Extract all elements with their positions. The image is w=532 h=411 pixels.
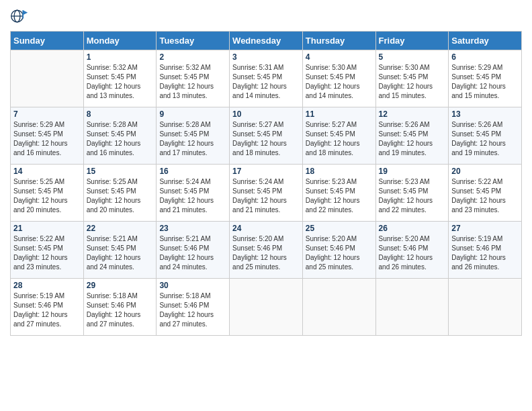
day-number: 10 — [232, 109, 300, 119]
day-number: 16 — [159, 167, 226, 176]
day-cell: 25Sunrise: 5:20 AMSunset: 5:46 PMDayligh… — [302, 222, 375, 279]
day-info: Sunrise: 5:28 AMSunset: 5:45 PMDaylight:… — [87, 120, 154, 158]
logo — [10, 7, 32, 26]
day-number: 29 — [87, 281, 154, 290]
page-header — [10, 7, 522, 26]
day-info: Sunrise: 5:20 AMSunset: 5:46 PMDaylight:… — [379, 234, 446, 272]
day-info: Sunrise: 5:23 AMSunset: 5:45 PMDaylight:… — [306, 177, 373, 215]
day-number: 25 — [306, 224, 373, 233]
day-number: 20 — [451, 167, 519, 176]
day-number: 13 — [451, 109, 519, 119]
week-row-1: 1Sunrise: 5:32 AMSunset: 5:45 PMDaylight… — [11, 50, 522, 107]
day-cell: 14Sunrise: 5:25 AMSunset: 5:45 PMDayligh… — [11, 165, 84, 222]
day-cell: 16Sunrise: 5:24 AMSunset: 5:45 PMDayligh… — [157, 165, 230, 222]
day-info: Sunrise: 5:32 AMSunset: 5:45 PMDaylight:… — [159, 63, 226, 101]
day-cell: 5Sunrise: 5:30 AMSunset: 5:45 PMDaylight… — [375, 50, 449, 107]
day-number: 11 — [306, 109, 373, 119]
day-number: 23 — [159, 224, 226, 233]
header-cell-saturday: Saturday — [449, 32, 522, 50]
day-number: 15 — [87, 167, 154, 176]
svg-marker-5 — [23, 10, 28, 15]
day-cell: 7Sunrise: 5:29 AMSunset: 5:45 PMDaylight… — [11, 107, 84, 165]
day-info: Sunrise: 5:21 AMSunset: 5:46 PMDaylight:… — [159, 234, 226, 272]
day-cell: 6Sunrise: 5:29 AMSunset: 5:45 PMDaylight… — [449, 50, 522, 107]
day-number: 17 — [232, 167, 300, 176]
day-cell: 17Sunrise: 5:24 AMSunset: 5:45 PMDayligh… — [230, 165, 303, 222]
day-info: Sunrise: 5:20 AMSunset: 5:46 PMDaylight:… — [232, 234, 300, 272]
day-cell: 1Sunrise: 5:32 AMSunset: 5:45 PMDaylight… — [83, 50, 157, 107]
day-number: 5 — [379, 52, 446, 62]
day-number: 24 — [232, 224, 300, 233]
day-cell: 28Sunrise: 5:19 AMSunset: 5:46 PMDayligh… — [11, 279, 84, 336]
day-info: Sunrise: 5:19 AMSunset: 5:46 PMDaylight:… — [13, 291, 81, 329]
day-cell: 19Sunrise: 5:23 AMSunset: 5:45 PMDayligh… — [375, 165, 449, 222]
day-info: Sunrise: 5:30 AMSunset: 5:45 PMDaylight:… — [306, 63, 373, 101]
day-cell: 13Sunrise: 5:26 AMSunset: 5:45 PMDayligh… — [449, 107, 522, 165]
day-info: Sunrise: 5:22 AMSunset: 5:45 PMDaylight:… — [13, 234, 81, 272]
day-number: 14 — [13, 167, 81, 176]
day-info: Sunrise: 5:24 AMSunset: 5:45 PMDaylight:… — [159, 177, 226, 215]
day-number: 26 — [379, 224, 446, 233]
day-number: 6 — [451, 52, 519, 62]
day-cell — [449, 279, 522, 336]
day-number: 27 — [451, 224, 519, 233]
day-number: 4 — [306, 52, 373, 62]
header-cell-thursday: Thursday — [302, 32, 375, 50]
day-info: Sunrise: 5:27 AMSunset: 5:45 PMDaylight:… — [232, 120, 300, 158]
day-number: 19 — [379, 167, 446, 176]
logo-icon — [10, 7, 29, 26]
day-info: Sunrise: 5:20 AMSunset: 5:46 PMDaylight:… — [306, 234, 373, 272]
day-info: Sunrise: 5:18 AMSunset: 5:46 PMDaylight:… — [87, 291, 154, 329]
day-info: Sunrise: 5:21 AMSunset: 5:45 PMDaylight:… — [87, 234, 154, 272]
day-number: 18 — [306, 167, 373, 176]
header-cell-wednesday: Wednesday — [230, 32, 303, 50]
day-cell: 29Sunrise: 5:18 AMSunset: 5:46 PMDayligh… — [83, 279, 157, 336]
day-info: Sunrise: 5:23 AMSunset: 5:45 PMDaylight:… — [379, 177, 446, 215]
week-row-2: 7Sunrise: 5:29 AMSunset: 5:45 PMDaylight… — [11, 107, 522, 165]
header-cell-tuesday: Tuesday — [157, 32, 230, 50]
day-number: 3 — [232, 52, 300, 62]
header-cell-friday: Friday — [375, 32, 449, 50]
day-cell: 3Sunrise: 5:31 AMSunset: 5:45 PMDaylight… — [230, 50, 303, 107]
day-cell: 26Sunrise: 5:20 AMSunset: 5:46 PMDayligh… — [375, 222, 449, 279]
day-cell — [230, 279, 303, 336]
day-number: 28 — [13, 281, 81, 290]
day-cell: 20Sunrise: 5:22 AMSunset: 5:45 PMDayligh… — [449, 165, 522, 222]
day-cell: 11Sunrise: 5:27 AMSunset: 5:45 PMDayligh… — [302, 107, 375, 165]
day-cell: 12Sunrise: 5:26 AMSunset: 5:45 PMDayligh… — [375, 107, 449, 165]
day-cell: 4Sunrise: 5:30 AMSunset: 5:45 PMDaylight… — [302, 50, 375, 107]
day-number: 9 — [159, 109, 226, 119]
week-row-5: 28Sunrise: 5:19 AMSunset: 5:46 PMDayligh… — [11, 279, 522, 336]
day-info: Sunrise: 5:19 AMSunset: 5:46 PMDaylight:… — [451, 234, 519, 272]
day-cell — [375, 279, 449, 336]
day-number: 2 — [159, 52, 226, 62]
header-cell-monday: Monday — [83, 32, 157, 50]
day-number: 7 — [13, 109, 81, 119]
day-info: Sunrise: 5:22 AMSunset: 5:45 PMDaylight:… — [451, 177, 519, 215]
day-cell: 10Sunrise: 5:27 AMSunset: 5:45 PMDayligh… — [230, 107, 303, 165]
day-cell: 9Sunrise: 5:28 AMSunset: 5:45 PMDaylight… — [157, 107, 230, 165]
day-number: 21 — [13, 224, 81, 233]
day-cell: 21Sunrise: 5:22 AMSunset: 5:45 PMDayligh… — [11, 222, 84, 279]
day-info: Sunrise: 5:24 AMSunset: 5:45 PMDaylight:… — [232, 177, 300, 215]
day-cell: 24Sunrise: 5:20 AMSunset: 5:46 PMDayligh… — [230, 222, 303, 279]
day-info: Sunrise: 5:25 AMSunset: 5:45 PMDaylight:… — [87, 177, 154, 215]
calendar-table: SundayMondayTuesdayWednesdayThursdayFrid… — [10, 31, 522, 336]
day-info: Sunrise: 5:29 AMSunset: 5:45 PMDaylight:… — [13, 120, 81, 158]
week-row-4: 21Sunrise: 5:22 AMSunset: 5:45 PMDayligh… — [11, 222, 522, 279]
day-cell — [302, 279, 375, 336]
day-cell: 30Sunrise: 5:18 AMSunset: 5:46 PMDayligh… — [157, 279, 230, 336]
day-cell: 2Sunrise: 5:32 AMSunset: 5:45 PMDaylight… — [157, 50, 230, 107]
day-info: Sunrise: 5:28 AMSunset: 5:45 PMDaylight:… — [159, 120, 226, 158]
day-info: Sunrise: 5:26 AMSunset: 5:45 PMDaylight:… — [451, 120, 519, 158]
day-number: 22 — [87, 224, 154, 233]
week-row-3: 14Sunrise: 5:25 AMSunset: 5:45 PMDayligh… — [11, 165, 522, 222]
day-number: 12 — [379, 109, 446, 119]
day-number: 30 — [159, 281, 226, 290]
day-cell: 27Sunrise: 5:19 AMSunset: 5:46 PMDayligh… — [449, 222, 522, 279]
day-cell — [11, 50, 84, 107]
day-info: Sunrise: 5:31 AMSunset: 5:45 PMDaylight:… — [232, 63, 300, 101]
day-cell: 15Sunrise: 5:25 AMSunset: 5:45 PMDayligh… — [83, 165, 157, 222]
day-info: Sunrise: 5:29 AMSunset: 5:45 PMDaylight:… — [451, 63, 519, 101]
day-cell: 18Sunrise: 5:23 AMSunset: 5:45 PMDayligh… — [302, 165, 375, 222]
